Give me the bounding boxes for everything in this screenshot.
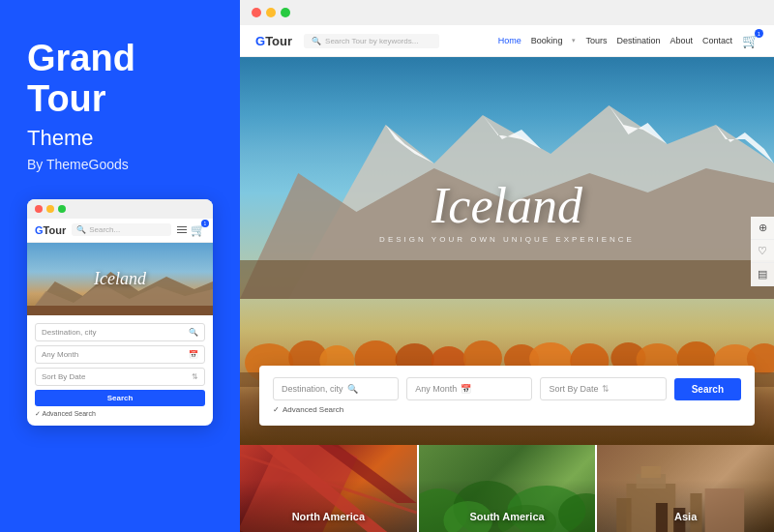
mini-field-destination[interactable]: Destination, city 🔍: [35, 323, 205, 341]
site-nav-links: Home Booking ▾ Tours Destination About C…: [498, 33, 759, 48]
mini-dot-red: [35, 205, 43, 213]
mini-browser-mockup: GTour 🔍 Search... 🛒 1: [27, 199, 213, 426]
mini-cart-count: 1: [201, 220, 209, 227]
dest-card-asia[interactable]: Asia: [595, 445, 774, 532]
left-panel: Grand Tour Theme By ThemeGoods GTour 🔍 S…: [0, 0, 240, 532]
mini-hamburger-icon[interactable]: [177, 226, 187, 234]
nav-link-home[interactable]: Home: [498, 36, 521, 45]
svg-rect-35: [627, 484, 676, 532]
dest-card-south-america-label: South America: [419, 511, 596, 522]
mini-dot-green: [58, 205, 66, 213]
month-calendar-icon: 📅: [461, 384, 471, 394]
svg-rect-2: [27, 306, 213, 315]
widget-settings-icon[interactable]: ⊕: [751, 217, 774, 240]
destination-search-icon: 🔍: [347, 384, 358, 394]
mini-advanced-search[interactable]: ✓ Advanced Search: [35, 410, 205, 418]
mini-nav-icons: 🛒 1: [177, 223, 205, 237]
destination-cards: North America South America: [240, 445, 774, 532]
nav-link-about[interactable]: About: [670, 36, 693, 45]
dest-card-south-america[interactable]: South America: [417, 445, 596, 532]
search-form-overlay: Destination, city 🔍 Any Month 📅 Sort By …: [259, 366, 755, 426]
dest-card-asia-label: Asia: [597, 511, 774, 522]
widget-heart-icon[interactable]: ♡: [751, 240, 774, 263]
advanced-search-link[interactable]: ✓ Advanced Search: [273, 405, 741, 414]
site-hero: Iceland DESIGN YOUR OWN UNIQUE EXPERIENC…: [240, 57, 774, 445]
mini-nav: GTour 🔍 Search... 🛒 1: [27, 219, 213, 243]
nav-link-destination[interactable]: Destination: [616, 36, 660, 45]
search-form-row: Destination, city 🔍 Any Month 📅 Sort By …: [273, 377, 741, 400]
dot-red: [252, 8, 261, 17]
main-title: Grand Tour: [27, 39, 213, 120]
hero-text-container: Iceland DESIGN YOUR OWN UNIQUE EXPERIENC…: [379, 181, 635, 244]
author-label: By ThemeGoods: [27, 157, 213, 172]
website-content: GTour 🔍 Search Tour by keywords... Home …: [240, 25, 774, 532]
widget-list-icon[interactable]: ▤: [751, 263, 774, 286]
mini-logo: GTour: [35, 224, 66, 236]
mini-search-bar[interactable]: 🔍 Search...: [72, 223, 171, 236]
mini-dot-yellow: [46, 205, 54, 213]
right-panel: GTour 🔍 Search Tour by keywords... Home …: [240, 0, 774, 532]
mini-field-month[interactable]: Any Month 📅: [35, 345, 205, 364]
site-cart-icon[interactable]: 🛒 1: [742, 33, 759, 48]
search-field-sort[interactable]: Sort By Date ⇅: [540, 377, 666, 400]
site-search-bar[interactable]: 🔍 Search Tour by keywords...: [304, 34, 439, 48]
dot-green: [281, 8, 290, 17]
browser-chrome: [240, 0, 774, 25]
theme-label: Theme: [27, 126, 213, 151]
svg-rect-37: [641, 466, 661, 478]
mini-hero-text: Iceland: [94, 269, 146, 289]
nav-link-tours[interactable]: Tours: [585, 36, 607, 45]
dest-card-north-america[interactable]: North America: [240, 445, 417, 532]
mini-field-sort[interactable]: Sort By Date ⇅: [35, 368, 205, 386]
search-field-destination[interactable]: Destination, city 🔍: [273, 377, 399, 400]
site-cart-badge: 1: [755, 29, 763, 38]
svg-rect-9: [240, 260, 774, 299]
dot-yellow: [266, 8, 276, 17]
nav-link-booking[interactable]: Booking: [531, 36, 563, 45]
search-button[interactable]: Search: [674, 378, 741, 400]
site-logo: GTour: [255, 34, 292, 48]
site-sidebar-widgets: ⊕ ♡ ▤: [751, 217, 774, 286]
mini-search-button[interactable]: Search: [35, 390, 205, 406]
sort-icon: ⇅: [602, 384, 610, 394]
browser-window: GTour 🔍 Search Tour by keywords... Home …: [240, 0, 774, 532]
mini-form: Destination, city 🔍 Any Month 📅 Sort By …: [27, 315, 213, 426]
site-nav: GTour 🔍 Search Tour by keywords... Home …: [240, 25, 774, 57]
site-search-icon: 🔍: [312, 37, 321, 45]
dest-card-north-america-label: North America: [240, 511, 417, 522]
mini-cart-icon[interactable]: 🛒 1: [191, 223, 205, 237]
mini-search-icon: 🔍: [76, 225, 86, 234]
search-field-month[interactable]: Any Month 📅: [406, 377, 532, 400]
hero-subtitle: DESIGN YOUR OWN UNIQUE EXPERIENCE: [379, 235, 635, 244]
hero-title: Iceland: [379, 181, 635, 231]
mini-hero: Iceland: [27, 243, 213, 315]
mini-browser-bar: [27, 199, 213, 219]
nav-link-contact[interactable]: Contact: [702, 36, 732, 45]
